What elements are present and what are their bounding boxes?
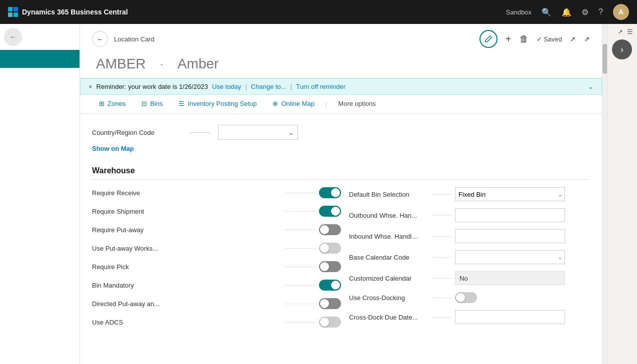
use-adcs-toggle[interactable]	[319, 317, 341, 328]
tab-inventory-posting-setup[interactable]: ☰ Inventory Posting Setup	[172, 95, 264, 113]
external-link-icon[interactable]: ↗	[618, 28, 623, 35]
app-branding: Dynamics 365 Business Central	[8, 7, 128, 17]
show-on-map-link[interactable]: Show on Map	[92, 143, 590, 160]
app-logo	[8, 7, 18, 17]
reminder-text: Reminder: your work date is 1/26/2023	[96, 83, 208, 90]
require-pick-track[interactable]	[319, 261, 341, 272]
country-region-select-wrapper: ⌄	[218, 125, 298, 140]
require-shipment-row: Require Shipment	[92, 202, 341, 221]
directed-put-away-dots	[286, 304, 316, 304]
bin-mandatory-thumb	[331, 281, 340, 290]
reminder-sep-1: |	[245, 83, 246, 90]
svg-rect-1	[14, 7, 18, 11]
inbound-whse-input[interactable]	[455, 229, 565, 243]
reminder-change-to-link[interactable]: Change to...	[251, 83, 286, 90]
use-adcs-thumb	[320, 318, 329, 327]
outbound-whse-dots	[432, 215, 452, 216]
require-shipment-thumb	[331, 207, 340, 216]
directed-put-away-label: Directed Put-away an...	[92, 300, 283, 308]
require-shipment-track[interactable]	[319, 206, 341, 217]
reminder-turn-off-link[interactable]: Turn off reminder	[296, 83, 346, 90]
warehouse-right-col: Default Bin Selection Fixed Bin Last-Use…	[341, 184, 590, 332]
use-adcs-track[interactable]	[319, 317, 341, 328]
card-header: ← Location Card + 🗑 ✓ Saved ➚	[80, 24, 602, 78]
use-cross-docking-track[interactable]	[455, 292, 477, 303]
default-bin-selection-dots	[432, 194, 452, 195]
scrollbar-track[interactable]	[602, 24, 607, 364]
sidebar-back-button[interactable]: ←	[4, 28, 22, 46]
directed-put-away-thumb	[320, 299, 329, 308]
customized-calendar-value: No	[455, 271, 565, 285]
top-nav: Dynamics 365 Business Central Sandbox 🔍 …	[0, 0, 637, 24]
gear-icon[interactable]: ⚙	[582, 7, 588, 17]
require-put-away-toggle[interactable]	[319, 224, 341, 235]
reminder-banner: × Reminder: your work date is 1/26/2023 …	[80, 78, 602, 95]
tab-separator: |	[324, 100, 329, 108]
warehouse-left-col: Require Receive Require Shipment	[92, 184, 341, 332]
bins-icon: ⊟	[142, 100, 147, 107]
tab-online-map[interactable]: ⊕ Online Map	[266, 95, 321, 113]
help-icon[interactable]: ?	[598, 7, 603, 16]
require-pick-toggle[interactable]	[319, 261, 341, 272]
next-record-button[interactable]: ›	[612, 39, 632, 59]
require-shipment-toggle[interactable]	[319, 206, 341, 217]
tab-inventory-posting-label: Inventory Posting Setup	[188, 100, 256, 107]
expand-icon[interactable]: ⇗	[584, 35, 590, 43]
inventory-posting-icon: ☰	[178, 100, 184, 107]
edit-button[interactable]	[480, 30, 498, 48]
chevron-right-icon: ›	[620, 44, 624, 55]
tab-more-options[interactable]: More options	[331, 95, 382, 113]
reminder-use-today-link[interactable]: Use today	[212, 83, 242, 90]
reminder-close-icon[interactable]: ×	[88, 83, 92, 90]
directed-put-away-toggle[interactable]	[319, 298, 341, 309]
require-put-away-label: Require Put-away	[92, 226, 283, 234]
use-cross-docking-toggle[interactable]	[455, 292, 477, 303]
bin-mandatory-toggle[interactable]	[319, 280, 341, 291]
inbound-whse-label: Inbound Whse. Handl...	[349, 233, 429, 240]
app-title: Dynamics 365 Business Central	[22, 8, 128, 16]
require-pick-dots	[286, 267, 316, 267]
reminder-collapse-icon[interactable]: ⌄	[588, 83, 594, 90]
delete-button[interactable]: 🗑	[520, 34, 528, 44]
user-avatar[interactable]: A	[613, 4, 629, 20]
add-button[interactable]: +	[506, 33, 512, 45]
search-icon[interactable]: 🔍	[542, 7, 552, 17]
require-shipment-dots	[286, 211, 316, 212]
bell-icon[interactable]: 🔔	[562, 7, 572, 17]
outbound-whse-input[interactable]	[455, 208, 565, 222]
base-calendar-row: Base Calendar Code ⌄	[341, 247, 590, 268]
tab-bins[interactable]: ⊟ Bins	[134, 95, 170, 113]
country-region-select[interactable]	[218, 125, 298, 140]
require-receive-track[interactable]	[319, 187, 341, 198]
cross-dock-due-date-row: Cross-Dock Due Date...	[341, 307, 590, 328]
use-cross-docking-label: Use Cross-Docking	[349, 294, 429, 302]
base-calendar-select[interactable]	[455, 250, 565, 264]
bin-mandatory-track[interactable]	[319, 280, 341, 291]
require-receive-toggle[interactable]	[319, 187, 341, 198]
use-adcs-dots	[286, 322, 316, 323]
default-bin-selection-select[interactable]: Fixed Bin Last-Used Bin Empty Bin	[455, 187, 565, 201]
content-area: ← Location Card + 🗑 ✓ Saved ➚	[80, 24, 607, 364]
bookmark-icon[interactable]: ☰	[627, 28, 633, 35]
tab-online-map-label: Online Map	[281, 100, 314, 107]
bin-mandatory-row: Bin Mandatory	[92, 276, 341, 295]
tab-bar: ⊞ Zones ⊟ Bins ☰ Inventory Posting Setup…	[80, 95, 602, 114]
cross-dock-due-date-input[interactable]	[455, 310, 565, 324]
tab-zones[interactable]: ⊞ Zones	[92, 95, 132, 113]
require-pick-row: Require Pick	[92, 258, 341, 276]
saved-status: ✓ Saved	[536, 35, 562, 43]
use-cross-docking-dots	[432, 298, 452, 298]
main-layout: ← ← Location Card	[0, 24, 637, 364]
scrollbar-thumb[interactable]	[602, 44, 607, 74]
use-put-away-toggle[interactable]	[319, 243, 341, 254]
open-in-window-icon[interactable]: ➚	[570, 35, 576, 43]
back-button[interactable]: ←	[92, 31, 108, 47]
pencil-icon	[484, 35, 492, 43]
require-receive-row: Require Receive	[92, 184, 341, 202]
svg-rect-0	[8, 7, 12, 11]
base-calendar-wrapper: ⌄	[455, 250, 565, 264]
use-adcs-row: Use ADCS	[92, 313, 341, 332]
use-put-away-track[interactable]	[319, 243, 341, 254]
directed-put-away-track[interactable]	[319, 298, 341, 309]
require-put-away-track[interactable]	[319, 224, 341, 235]
